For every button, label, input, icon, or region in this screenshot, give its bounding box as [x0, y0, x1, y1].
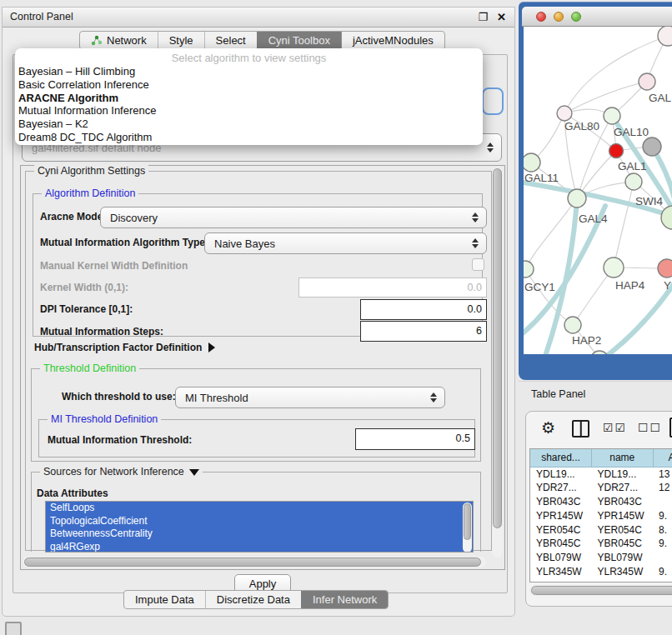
settings-vertical-scrollbar[interactable] — [492, 168, 503, 558]
float-window-icon[interactable]: ❐ — [478, 10, 488, 24]
algorithm-option[interactable]: Dream8 DC_TDC Algorithm — [15, 131, 483, 144]
network-node-gal80[interactable] — [557, 106, 572, 121]
collapse-down-icon[interactable] — [189, 469, 199, 476]
network-node[interactable] — [625, 173, 642, 190]
table-cell[interactable]: 13 — [653, 467, 672, 481]
table-panel-titlebar[interactable]: Table Panel — [519, 381, 672, 404]
table-cell[interactable]: YBR043C — [530, 495, 592, 509]
tab-impute-data[interactable]: Impute Data — [124, 591, 205, 608]
minimize-traffic-icon[interactable] — [554, 12, 564, 22]
table-cell[interactable]: YBR045C — [530, 537, 592, 551]
table-cell[interactable]: YBL079W — [530, 551, 592, 565]
table-cell[interactable]: 12 — [653, 481, 672, 495]
table-cell[interactable]: 9. — [653, 537, 672, 551]
expand-right-icon[interactable] — [208, 342, 215, 352]
table-cell[interactable]: YIL052C — [592, 578, 654, 582]
table-cell[interactable]: YIL052C — [530, 578, 592, 582]
attribute-item[interactable]: TopologicalCoefficient — [46, 515, 473, 528]
column-header-A[interactable]: A — [653, 449, 672, 467]
table-cell[interactable]: YBR045C — [592, 537, 654, 551]
table-cell[interactable]: YBL079W — [592, 551, 654, 565]
manual-kernel-checkbox[interactable] — [472, 258, 484, 271]
table-cell[interactable]: YLR345W — [530, 565, 592, 579]
docked-panel-icon[interactable] — [5, 622, 22, 635]
network-node-gal1[interactable] — [609, 144, 624, 158]
table-cell[interactable]: YDL19... — [530, 467, 592, 481]
attribute-item[interactable]: BetweennessCentrality — [46, 528, 473, 541]
mi-threshold-field[interactable]: 0.5 — [355, 428, 475, 450]
table-cell[interactable]: YDR27... — [592, 481, 654, 495]
table-cell[interactable] — [653, 551, 672, 565]
table-cell[interactable]: YDR27... — [530, 481, 592, 495]
table-horizontal-scrollbar[interactable] — [529, 585, 672, 596]
tab-infer-network[interactable]: Infer Network — [301, 591, 388, 608]
network-window-titlebar[interactable] — [522, 7, 672, 27]
table-row[interactable]: YDR27...YDR27...12 — [530, 481, 672, 495]
algorithm-option[interactable]: Bayesian – Hill Climbing — [15, 65, 483, 78]
table-row[interactable]: YDL19...YDL19...13 — [530, 467, 672, 481]
network-node-hap2[interactable] — [564, 317, 581, 333]
network-node[interactable] — [643, 138, 661, 156]
list-scrollbar[interactable] — [463, 502, 472, 552]
network-node-gcy1[interactable] — [524, 261, 534, 278]
deselect-all-icon[interactable]: ☐☐ — [638, 421, 662, 434]
zoom-traffic-icon[interactable] — [571, 12, 581, 22]
attribute-item[interactable]: gal4RGexp — [46, 541, 473, 553]
attribute-item[interactable]: SelfLoops — [46, 502, 473, 515]
gear-icon[interactable]: ⚙ — [541, 418, 555, 438]
table-row[interactable]: YIL052CYIL052C9 — [530, 578, 672, 582]
table-cell[interactable]: YDL19... — [592, 467, 654, 481]
settings-horizontal-scrollbar[interactable] — [23, 557, 486, 568]
table-row[interactable]: YER054CYER054C8. — [530, 522, 672, 537]
kernel-width-field[interactable]: 0.0 — [298, 278, 487, 298]
control-panel-titlebar[interactable]: Control Panel ❐ ✕ — [3, 8, 514, 28]
network-node-gal11[interactable] — [524, 153, 540, 172]
network-edge[interactable] — [564, 82, 647, 113]
network-node[interactable] — [590, 351, 609, 354]
tab-cyni-toolbox[interactable]: Cyni Toolbox — [257, 32, 341, 49]
table-cell[interactable]: YLR345W — [592, 565, 654, 579]
network-node-gal4[interactable] — [568, 189, 586, 208]
tab-network[interactable]: Network — [80, 32, 158, 49]
mi-type-select[interactable]: Naive Bayes — [204, 232, 487, 254]
table-cell[interactable]: YPR145W — [592, 508, 654, 522]
close-icon[interactable]: ✕ — [497, 10, 506, 24]
network-node-y[interactable] — [658, 259, 672, 278]
table-cell[interactable]: 9. — [653, 565, 672, 579]
table-row[interactable]: YPR145WYPR145W9. — [530, 508, 672, 522]
algorithm-option[interactable]: Basic Correlation Inference — [15, 78, 483, 92]
table-cell[interactable] — [653, 495, 672, 509]
network-node[interactable] — [658, 27, 672, 46]
network-node-gal[interactable] — [639, 73, 655, 90]
network-edge[interactable] — [524, 206, 605, 337]
tab-select[interactable]: Select — [204, 32, 257, 49]
algorithm-option[interactable]: Bayesian – K2 — [15, 118, 483, 131]
column-header-shared[interactable]: shared... — [530, 449, 592, 467]
select-all-icon[interactable]: ☑☑ — [603, 421, 627, 434]
table-cell[interactable]: YER054C — [592, 522, 654, 537]
table-row[interactable]: YBR043CYBR043C — [530, 495, 672, 509]
table-cell[interactable]: YPR145W — [530, 508, 592, 522]
table-cell[interactable]: 8. — [653, 522, 672, 537]
column-header-name[interactable]: name — [592, 449, 654, 467]
close-traffic-icon[interactable] — [536, 12, 546, 22]
tab-style[interactable]: Style — [158, 32, 204, 49]
table-row[interactable]: YBR045CYBR045C9. — [530, 537, 672, 551]
algorithm-option[interactable]: ARACNE Algorithm — [15, 92, 483, 105]
data-attributes-list[interactable]: SelfLoopsTopologicalCoefficientBetweenne… — [45, 501, 474, 552]
network-canvas[interactable]: GALGAL80GAL10GAL1GAL11SWI4GAL4GCY1HAP4YH… — [524, 27, 672, 354]
table-row[interactable]: YLR345WYLR345W9. — [530, 565, 672, 579]
network-node-hap4[interactable] — [604, 258, 624, 278]
table-cell[interactable]: YER054C — [530, 522, 592, 537]
tab-jactivemnodules[interactable]: jActiveMNodules — [341, 32, 444, 49]
network-node-swi4[interactable] — [661, 206, 672, 229]
algorithm-option[interactable]: Mutual Information Inference — [15, 104, 483, 118]
columns-icon[interactable] — [572, 420, 589, 438]
aracne-mode-select[interactable]: Discovery — [100, 207, 487, 228]
network-node-gal10[interactable] — [604, 108, 620, 124]
tab-discretize-data[interactable]: Discretize Data — [205, 591, 301, 608]
network-edge[interactable] — [614, 182, 634, 268]
hub-definition-expander[interactable]: Hub/Transcription Factor Definition — [34, 342, 215, 353]
dpi-tolerance-field[interactable]: 0.0 — [360, 299, 487, 320]
table-row[interactable]: YBL079WYBL079W — [530, 551, 672, 565]
